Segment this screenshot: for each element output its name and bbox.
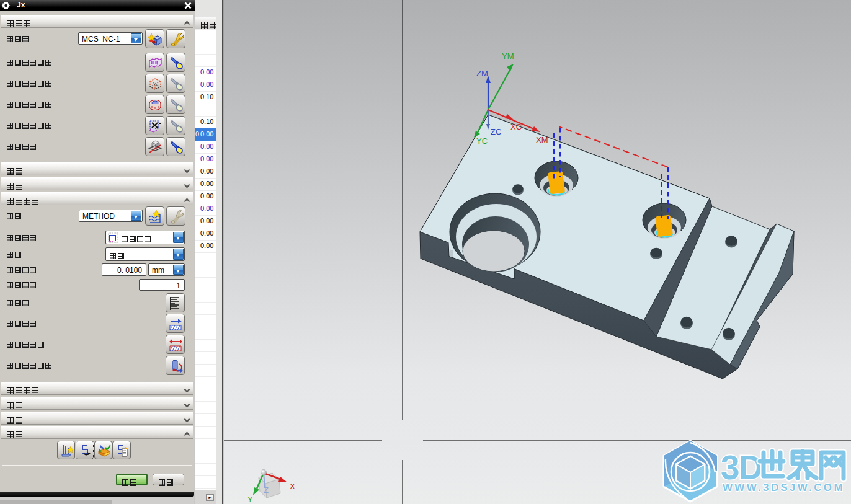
svg-text:XC: XC: [510, 122, 522, 131]
svg-text:Y: Y: [247, 495, 253, 504]
svg-text:ZC: ZC: [491, 127, 501, 136]
svg-text:ZM: ZM: [476, 69, 488, 78]
svg-text:YC: YC: [476, 136, 488, 146]
svg-text:YM: YM: [502, 51, 514, 61]
svg-text:Z: Z: [264, 485, 269, 495]
svg-text:WWW.3DSJW.COM: WWW.3DSJW.COM: [723, 482, 845, 493]
svg-text:3D: 3D: [721, 448, 762, 487]
svg-text:XM: XM: [536, 135, 548, 144]
svg-text:X: X: [290, 482, 295, 491]
